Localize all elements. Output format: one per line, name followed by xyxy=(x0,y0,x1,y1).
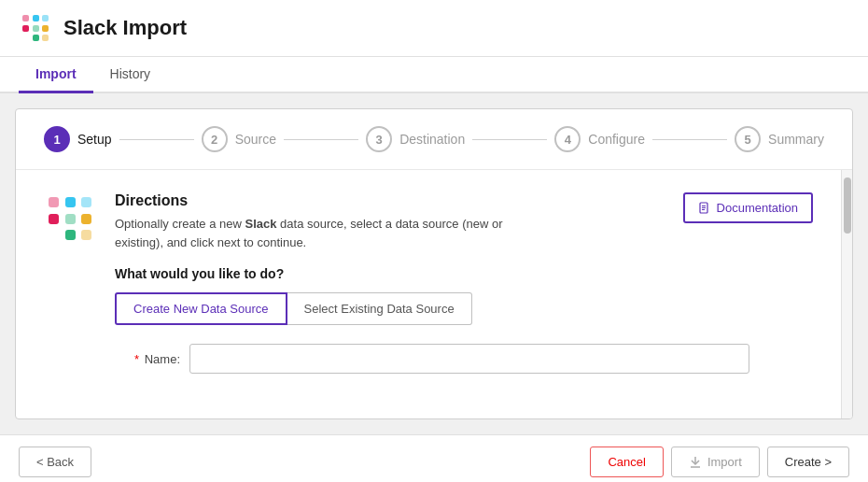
content-area: Directions Optionally create a new Slack… xyxy=(16,170,852,418)
scrollbar-track[interactable] xyxy=(841,170,852,418)
step-connector-2 xyxy=(284,139,358,140)
tab-import[interactable]: Import xyxy=(19,57,93,93)
document-icon xyxy=(698,202,711,215)
svg-rect-3 xyxy=(42,15,49,21)
create-new-button[interactable]: Create New Data Source xyxy=(115,292,287,325)
step-2-label: Source xyxy=(235,132,276,147)
steps-bar: 1 Setup 2 Source 3 Destination xyxy=(16,109,852,170)
step-2-circle: 2 xyxy=(202,126,228,152)
step-1-label: Setup xyxy=(77,132,112,147)
required-star: * xyxy=(134,352,139,366)
svg-rect-7 xyxy=(42,35,49,41)
name-field-row: * Name: xyxy=(115,344,813,374)
import-button[interactable]: Import xyxy=(671,447,760,477)
directions-title: Directions xyxy=(115,192,544,209)
action-question: What would you like to do? xyxy=(115,266,813,281)
svg-rect-9 xyxy=(49,197,59,207)
directions-header: Directions Optionally create a new Slack… xyxy=(115,192,813,251)
step-4-label: Configure xyxy=(588,132,645,147)
import-icon xyxy=(689,456,702,469)
slack-large-icon xyxy=(44,192,96,245)
app-title: Slack Import xyxy=(63,16,187,40)
tabs-bar: Import History xyxy=(0,57,868,93)
create-button[interactable]: Create > xyxy=(767,447,849,477)
step-5: 5 Summary xyxy=(735,126,824,152)
tab-history[interactable]: History xyxy=(93,57,168,93)
slack-logo-icon xyxy=(19,11,52,45)
svg-rect-0 xyxy=(22,25,29,32)
step-connector-4 xyxy=(652,139,727,140)
svg-rect-2 xyxy=(33,15,39,21)
svg-rect-5 xyxy=(33,25,39,32)
existing-datasource-button[interactable]: Select Existing Data Source xyxy=(287,292,472,325)
content-scroll: Directions Optionally create a new Slack… xyxy=(16,170,841,418)
footer-right: Cancel Import Create > xyxy=(590,447,849,477)
footer-left: < Back xyxy=(19,447,91,477)
directions-text-block: Directions Optionally create a new Slack… xyxy=(115,192,544,251)
svg-rect-4 xyxy=(33,35,39,41)
step-1-circle: 1 xyxy=(44,126,70,152)
step-3-circle: 3 xyxy=(366,126,392,152)
step-connector-1 xyxy=(119,139,194,140)
directions-body: Optionally create a new Slack data sourc… xyxy=(115,215,544,251)
svg-rect-15 xyxy=(81,230,91,240)
svg-rect-10 xyxy=(65,197,76,207)
step-5-label: Summary xyxy=(768,132,824,147)
svg-rect-12 xyxy=(65,230,76,240)
cancel-button[interactable]: Cancel xyxy=(590,447,663,477)
main-content: 1 Setup 2 Source 3 Destination xyxy=(0,93,868,434)
svg-rect-1 xyxy=(22,15,29,21)
svg-rect-11 xyxy=(81,197,91,207)
step-2: 2 Source xyxy=(202,126,276,152)
svg-rect-14 xyxy=(81,214,91,224)
footer: < Back Cancel Import Create > xyxy=(0,434,868,482)
name-input[interactable] xyxy=(189,344,749,374)
action-buttons: Create New Data Source Select Existing D… xyxy=(115,292,813,325)
step-4: 4 Configure xyxy=(554,126,645,152)
svg-rect-6 xyxy=(42,25,49,32)
step-4-circle: 4 xyxy=(554,126,581,152)
step-1: 1 Setup xyxy=(44,126,112,152)
name-label: * Name: xyxy=(115,352,189,366)
documentation-button[interactable]: Documentation xyxy=(683,192,813,223)
wizard-card: 1 Setup 2 Source 3 Destination xyxy=(15,108,853,419)
scrollbar-thumb[interactable] xyxy=(844,177,851,234)
svg-rect-13 xyxy=(65,214,76,224)
directions-section: Directions Optionally create a new Slack… xyxy=(44,192,813,374)
svg-rect-8 xyxy=(49,214,59,224)
back-button[interactable]: < Back xyxy=(19,447,91,477)
step-5-circle: 5 xyxy=(735,126,761,152)
step-connector-3 xyxy=(472,139,547,140)
directions-content: Directions Optionally create a new Slack… xyxy=(115,192,813,374)
step-3: 3 Destination xyxy=(366,126,465,152)
step-3-label: Destination xyxy=(399,132,465,147)
action-section: What would you like to do? Create New Da… xyxy=(115,266,813,325)
app-header: Slack Import xyxy=(0,0,868,57)
